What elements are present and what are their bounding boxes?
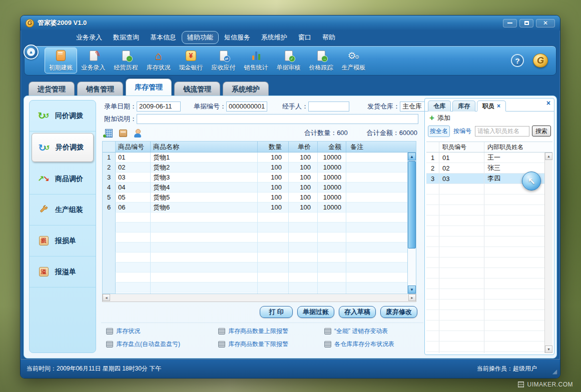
tab-warehouse[interactable]: 仓库 (428, 100, 451, 112)
menu-item-business-entry[interactable]: 业务录入 (71, 31, 108, 44)
maximize-button[interactable] (519, 19, 533, 28)
empty-row (426, 352, 544, 353)
tab-sales-management[interactable]: 销售管理 (77, 82, 123, 96)
menu-item-data-query[interactable]: 数据查询 (108, 31, 145, 44)
link-stock-status[interactable]: 库存状况 (106, 327, 218, 336)
toolbar-strip: ▲ 初期建账 ✎ 业务录入 · 经营历程 ⌂ 库存状况 ¥ 现金银行 (21, 44, 560, 76)
employee-row[interactable]: 101王一 (426, 152, 544, 163)
link-warehouse-distribution-report[interactable]: 各仓库库存分布状况表 (324, 340, 423, 348)
date-input[interactable] (137, 102, 181, 112)
col-header-qty[interactable]: 数量 (258, 142, 289, 152)
sidebar-item-diff-price-transfer[interactable]: ↻↺ 异价调拨 (32, 133, 94, 162)
tab-close-icon[interactable]: × (497, 102, 500, 110)
wallet-icon (54, 49, 68, 62)
form-row-2: 附加说明： (101, 112, 423, 125)
vertical-scrollbar[interactable]: ▲ ▼ (407, 152, 416, 294)
sidebar-item-same-price-transfer[interactable]: ↻↺ 同价调拨 (30, 100, 96, 132)
col-header-price[interactable]: 单价 (289, 142, 318, 152)
print-button[interactable]: 打 印 (260, 306, 293, 318)
sidebar-item-loss-report[interactable]: 损 报损单 (30, 226, 96, 256)
employee-search-input[interactable] (475, 126, 529, 136)
help-button[interactable]: ? (511, 54, 524, 67)
toolbar-item-business-entry[interactable]: ✎ 业务录入 (77, 48, 110, 74)
search-button[interactable]: 搜索 (532, 126, 551, 136)
scroll-up-icon[interactable]: ▲ (545, 152, 552, 160)
toolbar-item-receivable-payable[interactable]: ⇄ 应收应付 (207, 48, 240, 74)
link-stock-upper-limit-alert[interactable]: 库存商品数量上限报警 (218, 327, 324, 336)
link-almighty-flow-report[interactable]: “全能” 进销存变动表 (324, 327, 423, 336)
doc-no-input[interactable] (226, 102, 267, 112)
sidebar-item-production-assembly[interactable]: 生产组装 (30, 194, 96, 226)
toolbar-item-production-template[interactable]: ⚙⚙ 生产模板 (337, 48, 370, 74)
col-header-amount[interactable]: 金额 (318, 142, 346, 152)
employee-row[interactable]: 202张三 (426, 163, 544, 174)
toolbar-item-sales-stats[interactable]: 销售统计 (240, 48, 272, 74)
goods-picker-icon[interactable] (119, 130, 127, 137)
tab-inventory-management[interactable]: 库存管理 (126, 78, 172, 96)
note-input[interactable] (137, 114, 418, 124)
scroll-down-icon[interactable]: ▼ (408, 286, 416, 294)
menu-item-sms-service[interactable]: 短信服务 (219, 31, 256, 44)
scroll-left-icon[interactable]: ◄ (103, 294, 110, 301)
panel-close-icon[interactable]: × (546, 100, 550, 106)
col-header-emp-code[interactable]: 职员编号 (439, 142, 484, 152)
col-header-name[interactable]: 商品名称 (151, 142, 258, 152)
table-row[interactable]: 101货物110010010000 (103, 152, 407, 162)
toolbar-item-initial-setup[interactable]: 初期建账 (45, 48, 77, 74)
table-row[interactable]: 404货物410010010000 (103, 182, 407, 192)
table-row[interactable]: 303货物310010010000 (103, 172, 407, 182)
minimize-button[interactable] (503, 19, 517, 28)
tab-employee[interactable]: 职员× (477, 100, 506, 112)
menu-item-system-maintenance[interactable]: 系统维护 (256, 31, 293, 44)
content-area: ↻↺ 同价调拨 ↻↺ 异价调拨 ↗↘ 商品调价 生产组装 损 报损单 (24, 96, 557, 358)
empty-row (103, 212, 407, 222)
tab-cashflow-management[interactable]: 钱流管理 (174, 82, 220, 96)
toolbar-item-price-tracking[interactable]: → 价格跟踪 (305, 48, 337, 74)
action-buttons: 打 印 单据过账 存入草稿 废弃修改 (101, 306, 423, 318)
menu-item-help[interactable]: 帮助 (317, 31, 341, 44)
status-current-time: 当前时间：2009年06月11日 星期四 18时30分 下午 (27, 364, 161, 373)
table-row[interactable]: 606货物610010010000 (103, 202, 407, 212)
menu-item-basic-info[interactable]: 基本信息 (145, 31, 182, 44)
tab-stock[interactable]: 库存 (452, 100, 475, 112)
save-draft-button[interactable]: 存入草稿 (339, 306, 376, 318)
toolbar-item-cash-bank[interactable]: ¥ 现金银行 (175, 48, 207, 74)
app-logo-icon: G (26, 19, 34, 28)
col-header-remark[interactable]: 备注 (346, 142, 416, 152)
employee-scrollbar[interactable]: ▲ ▼ (544, 152, 552, 353)
link-stock-lower-limit-alert[interactable]: 库存商品数量下限报警 (218, 340, 324, 348)
toolbar-item-doc-audit[interactable]: ✓ 单据审核 (272, 48, 305, 74)
sidebar-item-price-adjust[interactable]: ↗↘ 商品调价 (30, 164, 96, 194)
col-header-emp-name[interactable]: 内部职员姓名 (484, 142, 552, 152)
add-row[interactable]: + 添加 (425, 112, 554, 124)
scroll-right-icon[interactable]: ► (408, 294, 416, 301)
empty-row (426, 310, 544, 320)
discard-button[interactable]: 废弃修改 (380, 306, 417, 318)
mini-toolbar: 合计数量：600 合计金额：60000 (101, 125, 423, 141)
employee-picker-icon[interactable] (134, 129, 142, 138)
filter-by-code[interactable]: 按编号 (452, 126, 472, 136)
col-header-code[interactable]: 商品编号 (116, 142, 151, 152)
sidebar-item-surplus-report[interactable]: 溢 报溢单 (30, 256, 96, 288)
tab-purchase-management[interactable]: 进货管理 (29, 82, 75, 96)
filter-by-name[interactable]: 按全名 (428, 126, 450, 137)
post-button[interactable]: 单据过账 (297, 306, 334, 318)
menu-item-aux-functions[interactable]: 辅助功能 (182, 31, 219, 44)
scroll-up-icon[interactable]: ▲ (408, 152, 416, 160)
resize-grip[interactable]: ◢ (552, 368, 557, 375)
toolbar-collapse-button[interactable]: ▲ (24, 44, 39, 60)
toolbar-item-business-history[interactable]: · 经营历程 (110, 48, 142, 74)
note-label: 附加说明： (104, 114, 137, 124)
scroll-down-icon[interactable]: ▼ (545, 346, 552, 353)
horizontal-scrollbar[interactable]: ◄ ► (102, 294, 416, 302)
handler-input[interactable] (308, 102, 349, 112)
tab-system-maintenance[interactable]: 系统维护 (223, 82, 269, 96)
menu-item-window[interactable]: 窗口 (293, 31, 317, 44)
table-row[interactable]: 505货物510010010000 (103, 192, 407, 202)
scrollbar-thumb[interactable] (408, 161, 416, 248)
link-stock-taking[interactable]: 库存盘点(自动盘盈盘亏) (106, 340, 218, 348)
warehouse-picker-icon[interactable] (105, 129, 113, 138)
close-button[interactable]: ✕ (536, 19, 555, 28)
toolbar-item-stock-status[interactable]: ⌂ 库存状况 (142, 48, 175, 74)
table-row[interactable]: 202货物210010010000 (103, 162, 407, 172)
